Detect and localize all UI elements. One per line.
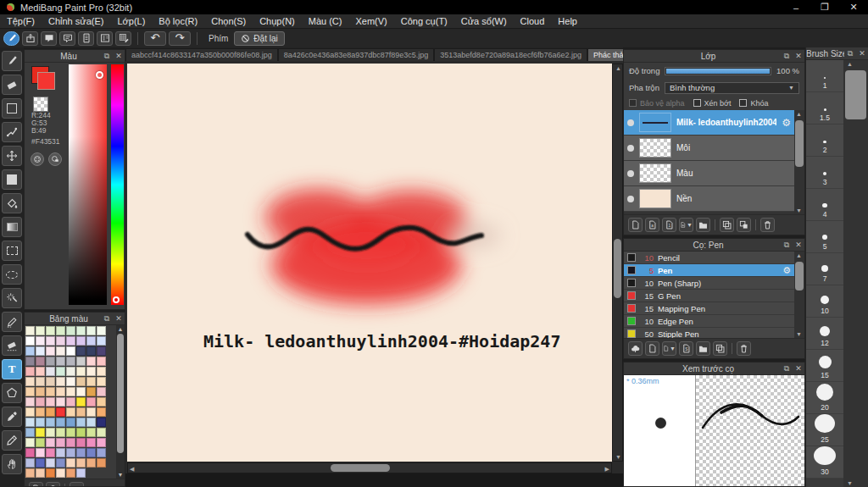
palette-scrollbar[interactable]: ▲ ▼ — [116, 325, 125, 479]
palette-swatch[interactable] — [46, 357, 55, 366]
palette-swatch[interactable] — [76, 357, 86, 366]
scroll-down-icon[interactable]: ▼ — [796, 331, 802, 337]
palette-swatch[interactable] — [25, 438, 35, 447]
palette-swatch[interactable] — [76, 397, 86, 407]
brush-size-option-30[interactable]: 30 — [806, 446, 843, 479]
layer-folder-button[interactable] — [696, 218, 710, 232]
close-icon[interactable]: ✕ — [113, 314, 125, 323]
canvas-vertical-scrollbar[interactable]: ▲ ▼ — [612, 64, 623, 462]
saturation-marker[interactable] — [96, 71, 103, 79]
visibility-dot[interactable] — [627, 119, 634, 126]
saturation-square[interactable] — [69, 64, 107, 305]
scroll-left-icon[interactable]: ◀ — [130, 466, 134, 473]
menu-item-9[interactable]: Cửa sổ(W) — [454, 16, 514, 26]
hand-tool[interactable] — [2, 454, 22, 474]
document-tab-1[interactable]: 8a426c0e436a83e8a937dbc87f89e3c5.jpg — [278, 48, 435, 61]
visibility-dot[interactable] — [627, 196, 634, 202]
delete-color-button[interactable] — [46, 482, 60, 487]
layer-row-2[interactable]: Màu — [624, 161, 794, 186]
menu-item-11[interactable]: Help — [551, 16, 584, 26]
brush-size-option-4[interactable]: 4 — [806, 189, 843, 221]
brush-size-option-7[interactable]: 7 — [806, 253, 843, 285]
palette-swatch[interactable] — [66, 387, 75, 396]
menu-item-0[interactable]: Tệp(F) — [0, 16, 42, 26]
brush-row-1[interactable]: 5Pen⚙ — [624, 264, 794, 277]
palette-swatch[interactable] — [56, 346, 65, 356]
brush-size-option-1.5[interactable]: 1.5 — [806, 92, 843, 125]
palette-swatch[interactable] — [46, 397, 55, 407]
brush-size-option-3[interactable]: 3 — [806, 157, 843, 189]
palette-swatch[interactable] — [46, 448, 55, 457]
palette-swatch[interactable] — [25, 448, 35, 457]
palette-swatch[interactable] — [46, 367, 55, 376]
palette-swatch[interactable] — [97, 448, 106, 457]
scroll-up-icon[interactable]: ▲ — [847, 61, 853, 67]
palette-swatch[interactable] — [25, 367, 35, 376]
palette-swatch[interactable] — [76, 336, 86, 346]
palette-swatch[interactable] — [46, 428, 55, 437]
delete-brush-button[interactable] — [737, 341, 751, 356]
popout-icon[interactable]: ⧉ — [844, 49, 856, 58]
canvas-horizontal-scrollbar[interactable]: ◀ ▶ — [127, 462, 612, 473]
palette-swatch[interactable] — [56, 397, 65, 407]
transparent-color-chip[interactable] — [33, 97, 48, 112]
palette-swatch[interactable] — [76, 387, 86, 396]
menu-item-4[interactable]: Chọn(S) — [204, 16, 253, 26]
palette-swatch[interactable] — [86, 428, 96, 437]
palette-swatch[interactable] — [36, 458, 45, 468]
palette-swatch[interactable] — [56, 448, 65, 457]
scroll-down-icon[interactable]: ▼ — [796, 208, 802, 213]
palette-swatch[interactable] — [46, 377, 55, 386]
comment-button[interactable] — [59, 31, 75, 46]
palette-swatch[interactable] — [25, 397, 35, 407]
brush-size-option-25[interactable]: 25 — [806, 414, 843, 446]
blend-select[interactable]: Bình thường ▼ — [665, 82, 799, 94]
upload-brush-button[interactable] — [628, 341, 643, 356]
document-tab-3[interactable]: Phác thảo.mdp — [587, 48, 623, 61]
palette-swatch[interactable] — [66, 448, 75, 457]
scrollbar-thumb[interactable] — [845, 70, 866, 119]
gear-icon[interactable]: ⚙ — [782, 265, 791, 276]
palette-swatch[interactable] — [25, 458, 35, 468]
checkbox-box[interactable] — [739, 99, 747, 107]
palette-swatch[interactable] — [56, 387, 65, 396]
scroll-up-icon[interactable]: ▲ — [116, 326, 125, 332]
palette-swatch[interactable] — [46, 458, 55, 468]
scrollbar-thumb[interactable] — [795, 120, 804, 167]
layer-row-1[interactable]: Môi — [624, 136, 794, 161]
eraser-tool[interactable] — [2, 75, 22, 95]
palette-swatch[interactable] — [36, 377, 45, 386]
palette-swatch[interactable] — [36, 407, 45, 417]
eyedropper-tool[interactable] — [2, 407, 22, 427]
duplicate-layer-button[interactable] — [720, 218, 734, 232]
palette-swatch[interactable] — [36, 336, 45, 346]
palette-swatch[interactable] — [36, 326, 45, 335]
palette-swatch[interactable] — [86, 367, 96, 376]
close-button[interactable]: ✕ — [839, 0, 868, 14]
paint-mode-button[interactable] — [3, 31, 19, 46]
brush-row-0[interactable]: 10Pencil — [624, 252, 794, 264]
palette-swatch[interactable] — [25, 387, 35, 396]
brush-row-2[interactable]: 10Pen (Sharp) — [624, 277, 794, 290]
close-icon[interactable]: ✕ — [856, 49, 868, 58]
foreground-color-chip[interactable] — [37, 72, 55, 90]
gear-icon[interactable]: ⚙ — [782, 117, 791, 129]
palette-swatch[interactable] — [66, 418, 75, 427]
palette-swatch[interactable] — [36, 367, 45, 376]
palette-swatch[interactable] — [97, 418, 106, 427]
palette-swatch[interactable] — [66, 357, 75, 366]
palette-swatch[interactable] — [46, 336, 55, 346]
checkbox-1[interactable]: Xén bớt — [693, 99, 732, 108]
select-eraser-tool[interactable] — [2, 335, 22, 356]
canvas-settings-button[interactable] — [115, 31, 131, 46]
panel-list-button[interactable] — [97, 31, 113, 46]
palette-swatch[interactable] — [36, 468, 45, 478]
palette-swatch[interactable] — [86, 377, 96, 386]
palette-swatch[interactable] — [76, 326, 86, 335]
palette-swatch[interactable] — [56, 468, 65, 478]
palette-swatch[interactable] — [56, 357, 65, 366]
palette-swatch[interactable] — [86, 336, 96, 346]
scroll-right-icon[interactable]: ▶ — [605, 466, 609, 473]
new-brush-menu-button[interactable]: ▼ — [662, 341, 676, 356]
palette-swatch[interactable] — [66, 326, 75, 335]
